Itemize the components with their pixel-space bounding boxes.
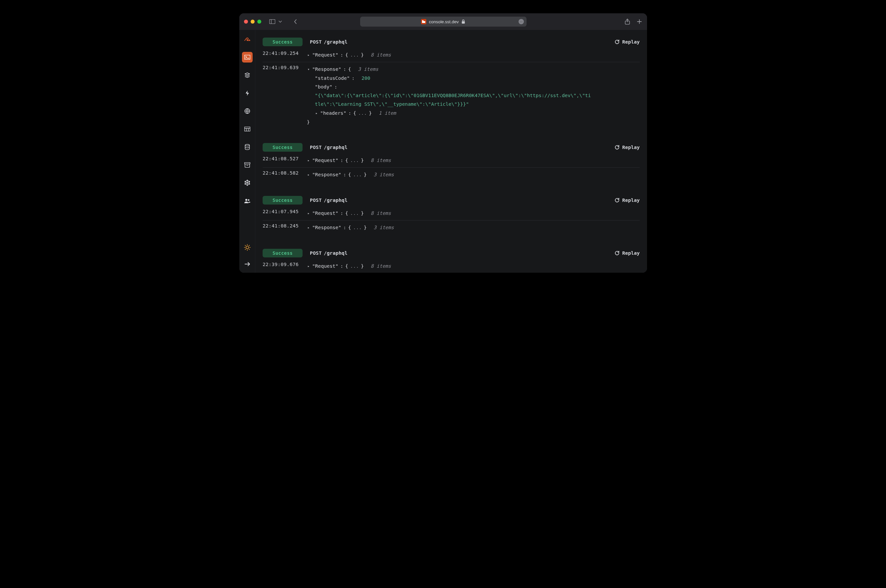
- status-badge: Success: [263, 196, 302, 204]
- sidebar-item-database[interactable]: [242, 142, 253, 152]
- sidebar-item-functions[interactable]: [242, 88, 253, 99]
- database-icon: [245, 144, 250, 150]
- svg-rect-4: [244, 55, 250, 60]
- sidebar-item-graphql[interactable]: [242, 178, 253, 188]
- timestamp: 22:41:09.639: [263, 64, 301, 70]
- svg-point-12: [247, 184, 248, 186]
- sidebar-item-stacks[interactable]: [242, 70, 253, 81]
- svg-rect-2: [462, 21, 465, 24]
- site-settings-button[interactable]: ···: [519, 19, 524, 24]
- browser-titlebar: console.sst.dev ···: [239, 13, 647, 30]
- sidebar-item-archive[interactable]: [242, 160, 253, 170]
- expand-toggle[interactable]: [307, 223, 310, 232]
- timestamp: 22:41:08.527: [263, 156, 301, 161]
- svg-point-11: [249, 184, 250, 184]
- expand-toggle[interactable]: [307, 64, 310, 74]
- new-tab-icon[interactable]: [636, 19, 642, 25]
- status-badge: Success: [263, 249, 302, 257]
- back-button[interactable]: [293, 19, 299, 25]
- replay-icon: [614, 198, 620, 203]
- log-entry: Success POST/graphql Replay 22:41:08.527…: [255, 135, 647, 188]
- expand-toggle[interactable]: [307, 261, 310, 271]
- request-route: POST/graphql: [310, 198, 347, 203]
- sidebar-toggle-group[interactable]: [269, 19, 283, 25]
- arrow-right-icon: [244, 262, 250, 266]
- replay-button[interactable]: Replay: [614, 39, 640, 45]
- terminal-icon: [244, 55, 250, 60]
- replay-button[interactable]: Replay: [614, 198, 640, 203]
- sidebar-layout-icon: [269, 19, 275, 25]
- svg-point-14: [244, 181, 245, 182]
- svg-point-10: [249, 181, 250, 182]
- log-panel: Success POST/graphql Replay 22:41:09.254: [255, 30, 647, 273]
- timestamp: 22:41:07.945: [263, 208, 301, 214]
- log-row-request[interactable]: 22:39:09.676 "Request" : {...} 8 items: [263, 259, 640, 273]
- logo-icon: [244, 37, 251, 42]
- request-route: POST/graphql: [310, 39, 347, 45]
- replay-label: Replay: [623, 198, 640, 203]
- log-row-response[interactable]: 22:41:08.245 "Response" : {...} 3 items: [263, 220, 640, 234]
- graphql-icon: [244, 180, 250, 186]
- expand-toggle[interactable]: [307, 208, 310, 218]
- replay-button[interactable]: Replay: [614, 250, 640, 256]
- log-row-request[interactable]: 22:41:08.527 "Request" : {...} 8 items: [263, 153, 640, 168]
- replay-icon: [614, 250, 620, 256]
- log-row-request[interactable]: 22:41:07.945 "Request" : {...} 8 items: [263, 206, 640, 220]
- log-row-request[interactable]: 22:41:09.254 "Request" : {...} 8 items: [263, 48, 640, 62]
- log-entry: Success POST/graphql Replay 22:41:09.254: [255, 30, 647, 135]
- log-row-response[interactable]: 22:41:08.582 "Response" : {...} 3 items: [263, 168, 640, 182]
- sidebar-item-team[interactable]: [242, 195, 253, 206]
- sidebar-item-theme-toggle[interactable]: [242, 242, 253, 253]
- table-icon: [244, 127, 250, 131]
- svg-rect-0: [269, 20, 275, 24]
- sidebar-item-terminal[interactable]: [242, 52, 253, 63]
- svg-point-17: [246, 246, 249, 249]
- replay-icon: [614, 39, 620, 45]
- browser-window: console.sst.dev ···: [239, 13, 647, 273]
- replay-label: Replay: [623, 250, 640, 256]
- timestamp: 22:39:09.676: [263, 261, 301, 267]
- users-icon: [244, 198, 251, 203]
- log-row-response[interactable]: 22:41:09.639 "Response" : { 3 items "sta…: [263, 62, 640, 129]
- sidebar-item-table[interactable]: [242, 124, 253, 134]
- expand-toggle[interactable]: [307, 170, 310, 179]
- timestamp: 22:41:08.245: [263, 223, 301, 228]
- status-badge: Success: [263, 143, 302, 152]
- minimize-window-button[interactable]: [251, 20, 254, 24]
- chevron-down-icon: [277, 19, 283, 25]
- svg-point-13: [244, 184, 245, 184]
- layers-icon: [244, 72, 250, 78]
- request-route: POST/graphql: [310, 145, 347, 150]
- svg-point-15: [245, 199, 247, 201]
- expand-toggle[interactable]: [307, 50, 310, 60]
- chevron-left-icon: [293, 19, 299, 25]
- archive-icon: [244, 162, 250, 168]
- status-badge: Success: [263, 38, 302, 46]
- sidebar-item-globe[interactable]: [242, 106, 253, 116]
- replay-button[interactable]: Replay: [614, 145, 640, 150]
- titlebar-right-actions: [624, 19, 642, 25]
- sidebar-item-exit[interactable]: [242, 259, 253, 269]
- lock-icon: [461, 19, 465, 24]
- request-route: POST/graphql: [310, 250, 347, 256]
- replay-label: Replay: [623, 39, 640, 45]
- app-sidebar: [239, 30, 255, 273]
- log-entry: Success POST/graphql Replay 22:41:07.945…: [255, 188, 647, 241]
- log-entry: Success POST/graphql Replay 22:39:09.676…: [255, 241, 647, 273]
- response-body-value: "{\"data\":{\"article\":{\"id\":\"01GBV1…: [315, 91, 591, 108]
- expand-toggle[interactable]: [307, 156, 310, 165]
- globe-icon: [244, 108, 250, 114]
- close-window-button[interactable]: [244, 20, 248, 24]
- sidebar-item-logo[interactable]: [242, 34, 253, 45]
- svg-rect-6: [244, 127, 250, 131]
- replay-icon: [614, 145, 620, 150]
- svg-rect-8: [244, 163, 250, 164]
- svg-point-9: [247, 180, 248, 181]
- site-favicon-icon: [421, 19, 426, 24]
- share-icon[interactable]: [624, 19, 630, 25]
- bolt-icon: [245, 90, 250, 96]
- expand-toggle[interactable]: [315, 108, 318, 118]
- maximize-window-button[interactable]: [257, 20, 261, 24]
- address-bar[interactable]: console.sst.dev ···: [360, 16, 526, 27]
- address-url: console.sst.dev: [429, 19, 459, 24]
